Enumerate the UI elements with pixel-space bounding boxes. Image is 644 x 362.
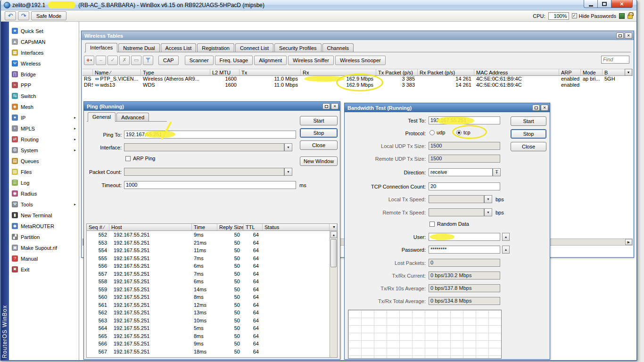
ping-result-row[interactable]: 556 192.167.55.251 6ms 50 64	[87, 262, 330, 270]
main-titlebar[interactable]: zelito@192.1 (RB-AC_S.BARBARA) - WinBox …	[1, 0, 636, 10]
safe-mode-button[interactable]: Safe Mode	[31, 11, 66, 20]
ping-result-row[interactable]: 555 192.167.55.251 7ms 50 64	[87, 255, 330, 263]
ping-result-row[interactable]: 565 192.167.55.251 8ms 50 64	[87, 332, 330, 340]
sidebar-item[interactable]: ⇆ Switch	[9, 90, 79, 101]
ping-result-row[interactable]: 552 192.167.55.251 9ms 50 64	[87, 231, 330, 239]
ping-result-row[interactable]: 562 192.167.55.251 13ms 50 64	[87, 309, 330, 317]
tcp-connection-count-input[interactable]: 20	[429, 182, 500, 190]
tx-column-header[interactable]: Tx	[239, 69, 301, 75]
sidebar-item[interactable]: ▮ New Terminal	[9, 210, 79, 221]
scroll-up-button[interactable]: ▲	[330, 231, 337, 238]
scroll-right-button[interactable]: ▶	[625, 239, 632, 245]
alignment-button[interactable]: Alignment	[254, 56, 287, 65]
ping-result-row[interactable]: 558 192.167.55.251 6ms 50 64	[87, 278, 330, 286]
add-button[interactable]: +▾	[84, 56, 94, 65]
password-up-button[interactable]: ▲	[502, 246, 510, 254]
redo-button[interactable]: ↷	[18, 11, 29, 20]
ttl-column-header[interactable]: TTL	[244, 224, 263, 230]
ping-result-row[interactable]: 559 192.167.55.251 14ms 50 64	[87, 286, 330, 294]
ping-result-row[interactable]: 554 192.167.55.251 11ms 50 64	[87, 247, 330, 255]
tab[interactable]: General	[88, 112, 116, 122]
stop-button[interactable]: Stop	[511, 129, 546, 139]
status-column-header[interactable]: Status	[263, 224, 330, 230]
flag-column-header[interactable]	[83, 69, 93, 75]
sidebar-item[interactable]: ▣ Make Supout.rif	[9, 242, 79, 253]
column-chooser-button[interactable]: ▼	[330, 224, 337, 230]
wireless-snooper-button[interactable]: Wireless Snooper	[335, 56, 386, 65]
start-button[interactable]: Start	[300, 116, 338, 125]
l2mtu-column-header[interactable]: L2 MTU	[210, 69, 239, 75]
tab[interactable]: Security Profiles	[274, 43, 321, 52]
protocol-udp-radio[interactable]: udp	[429, 130, 445, 135]
ping-result-row[interactable]: 560 192.167.55.251 8ms 50 64	[87, 293, 330, 301]
close-button[interactable]: ✕	[625, 33, 632, 39]
enable-button[interactable]: ✓	[107, 56, 118, 65]
bandwidth-test-titlebar[interactable]: Bandwidth Test (Running) ✕	[345, 103, 550, 112]
hide-passwords-checkbox[interactable]: ✓ Hide Passwords	[572, 13, 616, 19]
wireless-tables-titlebar[interactable]: Wireless Tables ✕	[82, 31, 634, 40]
start-button[interactable]: Start	[511, 116, 546, 126]
ping-result-row[interactable]: 563 192.167.55.251 10ms 50 64	[87, 317, 330, 325]
close-button[interactable]: ✕	[331, 103, 339, 109]
cap-button[interactable]: CAP	[158, 56, 179, 65]
sidebar-item[interactable]: Ψ Wireless	[9, 58, 79, 69]
sidebar-item[interactable]: ? Manual	[9, 253, 79, 264]
local-tx-speed-dropdown-button[interactable]: ▼	[484, 195, 492, 203]
tab[interactable]: Nstreme Dual	[118, 43, 159, 52]
sidebar-item[interactable]: + MPLS ▸	[9, 123, 79, 134]
sidebar-item[interactable]: ✖ Exit	[9, 264, 79, 275]
ping-result-row[interactable]: 566 192.167.55.251 9ms 50 64	[87, 340, 330, 348]
sidebar-item[interactable]: ★ Quick Set	[9, 25, 79, 36]
ping-titlebar[interactable]: Ping (Running) ✕	[84, 102, 340, 111]
close-button[interactable]: Close	[300, 140, 338, 150]
find-input[interactable]: Find	[601, 56, 629, 64]
sidebar-item[interactable]: ▤ Queues	[9, 156, 79, 166]
mac-column-header[interactable]: MAC Address	[474, 69, 559, 75]
sidebar-item[interactable]: ◉ Radius	[9, 188, 79, 199]
tab[interactable]: Channels	[322, 43, 354, 52]
sidebar-item[interactable]: ⇄ Routing ▸	[9, 134, 79, 145]
minimize-button[interactable]	[584, 0, 598, 8]
type-column-header[interactable]: Type	[141, 69, 210, 75]
close-button[interactable]: ✕	[541, 105, 548, 111]
close-button[interactable]: Close	[511, 142, 546, 151]
direction-dropdown-button[interactable]: Ŧ	[493, 168, 501, 176]
ping-result-row[interactable]: 567 192.167.55.251 18ms 50 64	[87, 348, 330, 356]
ping-result-row[interactable]: 561 192.167.55.251 12ms 50 64	[87, 301, 330, 309]
sidebar-item[interactable]: ⚙ System ▸	[9, 145, 79, 156]
tab[interactable]: Connect List	[235, 43, 273, 52]
password-input[interactable]: ********	[429, 246, 500, 254]
rx-packet-column-header[interactable]: Rx Packet (p/s)	[418, 69, 474, 75]
tab[interactable]: Registration	[197, 43, 234, 52]
disable-button[interactable]: ✗	[119, 56, 130, 65]
maximize-button[interactable]	[322, 103, 330, 109]
name-column-header[interactable]: Name∕	[93, 69, 141, 75]
filter-button[interactable]	[143, 56, 153, 65]
sidebar-item[interactable]: ▨ Files	[9, 166, 79, 177]
tab[interactable]: Advanced	[116, 113, 149, 121]
sidebar-item[interactable]: ∏ Bridge	[9, 69, 79, 80]
sidebar-item[interactable]: ◈ Mesh	[9, 101, 79, 112]
maximize-button[interactable]	[616, 33, 624, 39]
new-window-button[interactable]: New Window	[300, 156, 338, 166]
packet-count-dropdown-button[interactable]: ▼	[284, 168, 292, 176]
comment-button[interactable]: ▭	[131, 56, 141, 65]
close-button[interactable]: ✕	[611, 0, 633, 8]
ping-result-row[interactable]: 564 192.167.55.251 5ms 50 64	[87, 324, 330, 332]
mode-column-header[interactable]: Mode	[581, 69, 603, 75]
interface-dropdown-button[interactable]: ▼	[284, 143, 292, 151]
tab[interactable]: Access List	[161, 43, 197, 52]
packet-count-input[interactable]	[124, 168, 284, 176]
maximize-button[interactable]	[532, 105, 540, 111]
sidebar-item[interactable]: ≈ PPP	[9, 80, 79, 90]
sidebar-item[interactable]: ▦ Interfaces	[9, 47, 79, 58]
ping-result-row[interactable]: 553 192.167.55.251 21ms 50 64	[87, 239, 330, 247]
tx-packet-column-header[interactable]: Tx Packet (p/s)	[376, 69, 418, 75]
sidebar-item[interactable]: ▞ Partition	[9, 231, 79, 242]
remove-button[interactable]: −	[96, 56, 106, 65]
undo-button[interactable]: ↶	[5, 11, 16, 20]
stop-button[interactable]: Stop	[300, 128, 338, 138]
wireless-sniffer-button[interactable]: Wireless Sniffer	[288, 56, 334, 65]
scrollbar-thumb[interactable]	[330, 239, 337, 267]
column-chooser-button[interactable]: ▼	[625, 69, 632, 76]
